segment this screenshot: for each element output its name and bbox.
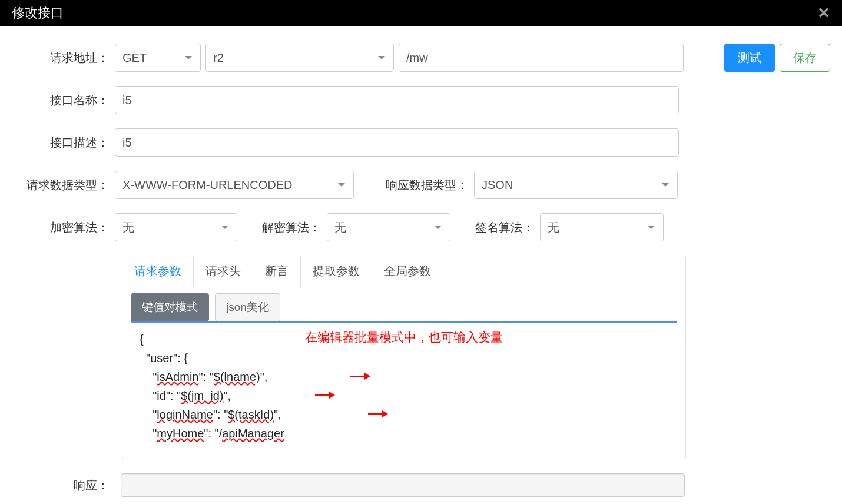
arrow-icon xyxy=(315,394,334,396)
close-icon[interactable]: ✕ xyxy=(817,5,830,21)
tab-extract-params[interactable]: 提取参数 xyxy=(301,256,372,287)
tab-global-params[interactable]: 全局参数 xyxy=(372,256,443,287)
decrypt-label: 解密算法： xyxy=(237,220,327,236)
modal-title: 修改接口 xyxy=(12,4,64,22)
code-line: "loginName": "$(taskId)", xyxy=(140,405,668,424)
response-output xyxy=(121,473,685,497)
arrow-icon xyxy=(368,413,387,415)
sign-label: 签名算法： xyxy=(450,220,540,236)
response-data-type-label: 响应数据类型： xyxy=(354,177,474,193)
interface-desc-input[interactable] xyxy=(115,128,679,157)
editor-annotation: 在编辑器批量模式中，也可输入变量 xyxy=(305,327,503,347)
encrypt-label: 加密算法： xyxy=(12,220,115,236)
tab-request-params[interactable]: 请求参数 xyxy=(122,256,194,287)
module-value: r2 xyxy=(213,51,224,65)
tab-assertions[interactable]: 断言 xyxy=(253,256,301,287)
request-data-type-label: 请求数据类型： xyxy=(12,177,115,193)
module-select[interactable]: r2 xyxy=(205,44,394,72)
interface-name-label: 接口名称： xyxy=(12,92,115,108)
save-button[interactable]: 保存 xyxy=(780,44,830,72)
encrypt-value: 无 xyxy=(122,220,134,236)
decrypt-select[interactable]: 无 xyxy=(327,213,450,241)
request-data-type-select[interactable]: X-WWW-FORM-URLENCODED xyxy=(115,171,354,199)
path-input[interactable] xyxy=(399,44,684,72)
request-data-type-value: X-WWW-FORM-URLENCODED xyxy=(122,178,293,192)
method-select[interactable]: GET xyxy=(115,44,201,72)
tab-headers[interactable]: 请求头 xyxy=(194,256,253,287)
arrow-icon xyxy=(350,376,369,377)
decrypt-value: 无 xyxy=(334,220,346,236)
encrypt-select[interactable]: 无 xyxy=(115,213,237,241)
interface-name-input[interactable] xyxy=(115,86,679,114)
code-line: "user": { xyxy=(140,349,668,367)
response-data-type-value: JSON xyxy=(482,178,513,192)
json-beautify-button[interactable]: json美化 xyxy=(215,293,280,321)
interface-desc-label: 接口描述： xyxy=(12,135,115,151)
code-line: "myHome": "/apiManager xyxy=(140,424,668,443)
sign-value: 无 xyxy=(548,220,559,236)
params-editor[interactable]: 在编辑器批量模式中，也可输入变量 { "user": { "isAdmin": … xyxy=(131,321,677,450)
tabs-header: 请求参数 请求头 断言 提取参数 全局参数 xyxy=(122,256,685,287)
kv-mode-button[interactable]: 键值对模式 xyxy=(131,293,209,321)
method-value: GET xyxy=(122,51,147,65)
response-data-type-select[interactable]: JSON xyxy=(474,171,678,199)
response-label: 响应： xyxy=(12,478,115,493)
code-line: "id": "$(jm_id)", xyxy=(140,386,668,405)
test-button[interactable]: 测试 xyxy=(724,44,775,72)
sign-select[interactable]: 无 xyxy=(540,213,664,241)
request-url-label: 请求地址： xyxy=(12,50,115,66)
code-line: "isAdmin": "$(lname)", xyxy=(140,367,668,386)
